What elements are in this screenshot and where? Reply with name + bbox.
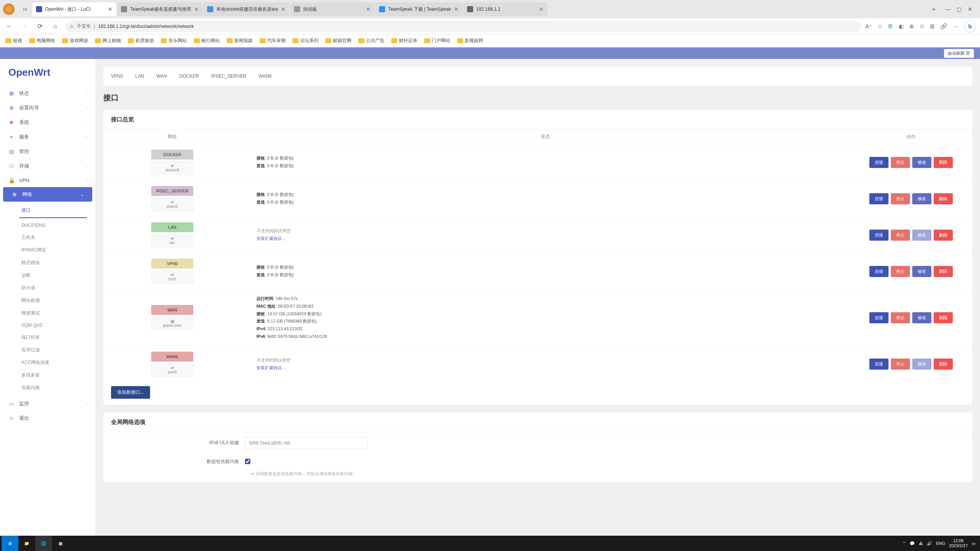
sidebar-subitem[interactable]: 诊断 bbox=[0, 269, 95, 282]
bookmark-item[interactable]: 音乐网站 bbox=[161, 37, 187, 44]
sidebar-subitem[interactable]: 网速测试 bbox=[0, 307, 95, 320]
browser-tab[interactable]: 192.168.1.1✕ bbox=[463, 2, 547, 16]
forward-button[interactable]: → bbox=[19, 21, 30, 32]
close-tab-icon[interactable]: ✕ bbox=[281, 6, 286, 12]
browser-tab[interactable]: TeamSpeak服务器搭建与使用✕ bbox=[117, 2, 203, 16]
edit-button[interactable]: 修改 bbox=[912, 157, 931, 168]
stop-button[interactable]: 停止 bbox=[891, 312, 910, 323]
close-tab-icon[interactable]: ✕ bbox=[366, 6, 371, 12]
sidebar-item[interactable]: ⎋退出 bbox=[0, 411, 95, 425]
install-protocol-link[interactable]: 安装扩展协议… bbox=[256, 235, 858, 243]
tab-overview-icon[interactable]: ▭ bbox=[19, 3, 31, 15]
stop-button[interactable]: 停止 bbox=[891, 359, 910, 370]
browser-tab[interactable]: OpenWrt - 接口 - LuCI✕ bbox=[32, 2, 116, 16]
sidebar-item[interactable]: ▭监控› bbox=[0, 396, 95, 411]
minimize-icon[interactable]: ― bbox=[945, 6, 951, 12]
sidebar-item[interactable]: ⊞状态› bbox=[0, 86, 95, 101]
close-tab-icon[interactable]: ✕ bbox=[539, 6, 544, 12]
interface-tab[interactable]: DOCKER bbox=[178, 68, 200, 84]
sidebar-item[interactable]: ⛁存储› bbox=[0, 159, 95, 173]
stop-button[interactable]: 停止 bbox=[891, 193, 910, 204]
sidebar-subitem[interactable]: 静态路由 bbox=[0, 256, 95, 269]
start-button[interactable]: ⊞ bbox=[2, 536, 18, 551]
bookmark-item[interactable]: 电脑网络 bbox=[29, 37, 55, 44]
back-button[interactable]: ← bbox=[4, 21, 15, 32]
close-tab-icon[interactable]: ✕ bbox=[108, 6, 113, 12]
sidebar-subitem[interactable]: DHCP/DNS bbox=[0, 220, 95, 231]
notification-icon[interactable]: ▭ bbox=[972, 541, 975, 546]
balance-checkbox[interactable] bbox=[245, 459, 250, 464]
add-interface-button[interactable]: 添加新接口... bbox=[111, 386, 150, 399]
connect-button[interactable]: 连接 bbox=[869, 193, 889, 204]
tray-volume-icon[interactable]: 🔊 bbox=[927, 541, 932, 546]
close-tab-icon[interactable]: ✕ bbox=[194, 6, 199, 12]
extensions-icon[interactable]: ⊕ bbox=[909, 23, 914, 30]
more-icon[interactable]: ⋯ bbox=[953, 23, 959, 30]
bookmark-item[interactable]: 邮箱官网 bbox=[325, 37, 351, 44]
edge-icon[interactable]: 🌐 bbox=[35, 536, 52, 551]
sidebar-item[interactable]: ⚙设置向导› bbox=[0, 101, 95, 115]
bookmark-item[interactable]: 网上购物 bbox=[95, 37, 121, 44]
sidebar-item[interactable]: ▤管控› bbox=[0, 144, 95, 159]
sidebar-subitem[interactable]: 多线多拨 bbox=[0, 369, 95, 381]
browser-tab[interactable]: TeamSpeak 下载 | TeamSpeak✕ bbox=[375, 2, 462, 16]
tray-chat-icon[interactable]: 💬 bbox=[910, 541, 915, 546]
bookmark-item[interactable]: 链接 bbox=[5, 37, 22, 44]
favorites-bar-icon[interactable]: ✩ bbox=[920, 23, 924, 30]
interface-tab[interactable]: VPN0 bbox=[109, 68, 124, 84]
interface-tab[interactable]: WAN6 bbox=[257, 68, 273, 84]
bookmark-item[interactable]: 新闻报媒 bbox=[227, 37, 253, 44]
delete-button[interactable]: 删除 bbox=[934, 193, 953, 204]
app-icon[interactable]: ▦ bbox=[52, 536, 69, 551]
sidebar-subitem[interactable]: IP/MAC绑定 bbox=[0, 244, 95, 256]
sidebar-subitem[interactable]: 接口 bbox=[0, 204, 95, 217]
sidebar-subitem[interactable]: 网络检测 bbox=[0, 294, 95, 307]
sync-icon[interactable]: ◐ bbox=[899, 23, 904, 30]
close-tab-icon[interactable]: ✕ bbox=[454, 6, 459, 12]
bookmark-item[interactable]: 影视娱聘 bbox=[457, 37, 483, 44]
stop-button[interactable]: 停止 bbox=[891, 230, 910, 241]
edit-button[interactable]: 修改 bbox=[912, 230, 931, 241]
connect-button[interactable]: 连接 bbox=[869, 266, 889, 277]
bookmark-item[interactable]: 机票旅游 bbox=[128, 37, 154, 44]
sidebar-subitem[interactable]: SQM QoS bbox=[0, 320, 95, 331]
bing-chat-icon[interactable]: b bbox=[964, 20, 976, 33]
connect-button[interactable]: 连接 bbox=[869, 359, 889, 370]
interface-tab[interactable]: IPSEC_SERVER bbox=[210, 68, 248, 84]
favorite-icon[interactable]: ☆ bbox=[877, 23, 882, 30]
brand-logo[interactable]: OpenWrt bbox=[0, 63, 95, 86]
tray-chevron-icon[interactable]: ⌃ bbox=[902, 541, 906, 546]
interface-tab[interactable]: LAN bbox=[134, 68, 145, 84]
url-input[interactable]: ⚠ 不安全 | 192.168.1.1/cgi-bin/luci/admin/n… bbox=[65, 21, 861, 32]
connect-button[interactable]: 连接 bbox=[869, 157, 889, 168]
sidebar-subitem[interactable]: ACC网络加速 bbox=[0, 356, 95, 369]
bookmark-item[interactable]: 门户网站 bbox=[424, 37, 450, 44]
stop-button[interactable]: 停止 bbox=[891, 266, 910, 277]
sidebar-subitem[interactable]: 负载均衡 bbox=[0, 381, 95, 394]
sidebar-subitem[interactable]: 防火墙 bbox=[0, 282, 95, 294]
bookmark-item[interactable]: 财经证券 bbox=[391, 37, 417, 44]
interface-tab[interactable]: WAN bbox=[155, 68, 169, 84]
language-indicator[interactable]: ENG bbox=[936, 541, 945, 546]
bookmark-item[interactable]: 公共广告 bbox=[358, 37, 384, 44]
stop-button[interactable]: 停止 bbox=[891, 157, 910, 168]
link-icon[interactable]: 🔗 bbox=[940, 23, 947, 30]
connect-button[interactable]: 连接 bbox=[869, 230, 889, 241]
sidebar-item[interactable]: ✱系统› bbox=[0, 115, 95, 130]
tray-network-icon[interactable]: 🖧 bbox=[919, 541, 923, 546]
ula-input[interactable] bbox=[245, 437, 368, 449]
edit-button[interactable]: 修改 bbox=[912, 312, 931, 323]
shield-icon[interactable]: ⛨ bbox=[888, 23, 893, 29]
edit-button[interactable]: 修改 bbox=[912, 193, 931, 204]
delete-button[interactable]: 删除 bbox=[934, 266, 953, 277]
maximize-icon[interactable]: ▢ bbox=[957, 6, 962, 12]
bookmark-item[interactable]: 汽车评测 bbox=[260, 37, 286, 44]
sidebar-item[interactable]: 🔒VPN› bbox=[0, 173, 95, 187]
home-button[interactable]: ⌂ bbox=[50, 21, 60, 32]
clock[interactable]: 12:06 2023/2/27 bbox=[949, 538, 968, 548]
delete-button[interactable]: 删除 bbox=[934, 312, 953, 323]
edit-button[interactable]: 修改 bbox=[912, 266, 931, 277]
close-window-icon[interactable]: ✕ bbox=[968, 6, 972, 12]
bookmark-item[interactable]: 论坛系列 bbox=[292, 37, 318, 44]
delete-button[interactable]: 删除 bbox=[934, 157, 953, 168]
